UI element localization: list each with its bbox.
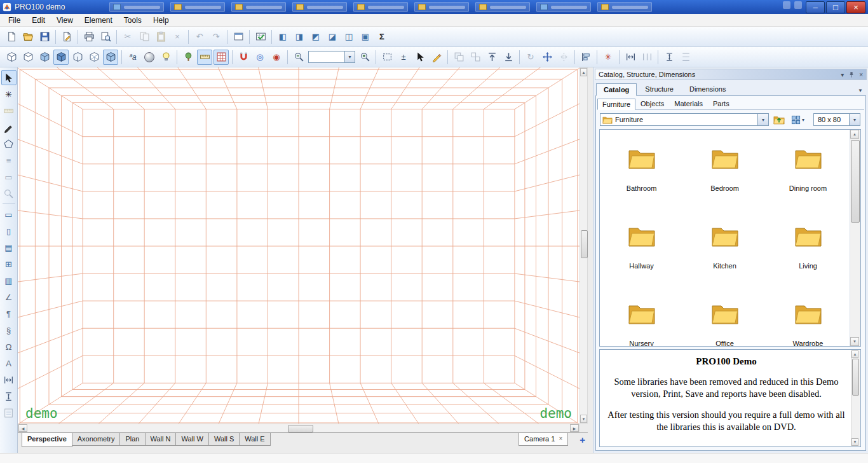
tab-catalog[interactable]: Catalog [596,83,637,96]
folder-item[interactable]: Hallway [600,214,683,291]
taskbar-button[interactable] [597,2,652,12]
ungroup-button[interactable] [468,50,483,65]
layout-view-6-button[interactable]: ▣ [358,29,373,45]
report-button[interactable] [59,29,74,45]
layout-view-5-button[interactable]: ◫ [341,29,356,45]
tab-wall-n[interactable]: Wall N [145,433,177,446]
tab-axonometry[interactable]: Axonometry [72,433,121,446]
folder-item[interactable]: Kitchen [683,214,766,291]
snap-center-button[interactable]: ◎ [252,50,268,65]
properties-button[interactable] [231,29,246,45]
taskbar-button[interactable] [292,2,347,12]
design-viewport[interactable]: demo demo [18,67,580,424]
scroll-down-button[interactable]: ▼ [850,337,859,346]
tab-wall-e[interactable]: Wall E [239,433,270,446]
save-button[interactable] [37,29,52,45]
menu-help[interactable]: Help [147,15,175,26]
tab-wall-w[interactable]: Wall W [175,433,208,446]
zoom-dropdown-button[interactable]: ▾ [345,51,355,63]
rotate-button[interactable]: ↻ [523,50,538,65]
notes-tool-button[interactable]: ¶ [1,306,17,321]
text-labels-button[interactable]: ªa [125,50,140,65]
catalog-scrollbar[interactable]: ▲ ▼ [850,130,860,346]
close-button[interactable]: × [846,1,865,13]
distribute-v-button[interactable] [678,50,693,65]
size-dropdown-button[interactable]: ▾ [849,114,860,125]
folder-item[interactable]: Bathroom [600,136,683,214]
zoom-in-button[interactable] [357,50,372,65]
snap-button[interactable] [236,50,251,65]
pick-button[interactable] [412,50,428,65]
copy-button[interactable] [137,29,152,45]
move-up-button[interactable] [484,50,499,65]
undo-button[interactable]: ↶ [192,29,207,45]
scroll-left-button[interactable]: ◀ [18,424,27,432]
view-cube-4-button[interactable] [53,50,69,65]
close-panel-icon[interactable]: × [859,71,863,78]
folder-item[interactable]: Dining room [766,136,850,214]
scrollbar-thumb[interactable] [581,230,588,258]
tab-dimensions[interactable]: Dimensions [682,83,733,95]
scroll-down-button[interactable]: ▼ [851,438,858,446]
zoom-out-button[interactable] [291,50,306,65]
add-camera-button[interactable]: + [580,435,585,445]
move-down-button[interactable] [501,50,516,65]
floor-tool-button[interactable]: ▭ [1,169,17,184]
snap-grid-button[interactable]: ◉ [269,50,284,65]
more-tabs-dropdown[interactable]: ▼ [855,86,865,95]
show-grid-button[interactable] [214,50,229,65]
pin-icon[interactable] [848,71,855,78]
taskbar-button[interactable] [414,2,469,12]
vertical-scrollbar[interactable]: ▲ ▼ [580,67,588,424]
delete-button[interactable]: × [170,29,185,45]
folder-item[interactable]: Bedroom [683,136,766,214]
align-button[interactable] [578,50,593,65]
thumbnail-size-combo[interactable]: 80 x 80 ▾ [813,113,860,126]
tab-plan[interactable]: Plan [119,433,145,446]
price-list-button[interactable] [253,29,268,45]
view-mode-button[interactable]: ▾ [789,113,806,127]
subtab-furniture[interactable]: Furniture [597,99,635,110]
dimension-v-tool-button[interactable] [1,389,17,404]
view-cube-3-button[interactable] [37,50,52,65]
scroll-down-button[interactable]: ▼ [580,415,587,423]
scrollbar-thumb[interactable] [852,359,859,396]
text-tool-button[interactable]: A [1,356,17,371]
view-cube-1-button[interactable] [4,50,19,65]
folder-item[interactable]: Living [766,214,850,291]
insert-board-vertical-button[interactable]: ▯ [1,223,17,238]
scrollbar-thumb[interactable] [288,425,313,432]
mirror-button[interactable] [556,50,571,65]
scroll-up-button[interactable]: ▲ [850,130,859,139]
menu-tools[interactable]: Tools [118,15,147,26]
rotate-tool-button[interactable]: ✳ [1,86,17,102]
lighting-button[interactable] [158,50,173,65]
distribute-h-button[interactable] [639,50,654,65]
edit-button[interactable] [429,50,444,65]
menu-file[interactable]: File [3,15,26,26]
section-tool-button[interactable]: § [1,322,17,338]
path-dropdown-button[interactable]: ▾ [757,114,768,125]
measure-tool-button[interactable] [1,103,17,118]
fit-height-button[interactable] [661,50,677,65]
subtab-parts[interactable]: Parts [708,98,735,109]
layout-view-3-button[interactable]: ◩ [308,29,323,45]
precision-button[interactable]: ± [396,50,411,65]
scroll-right-button[interactable]: ▶ [570,424,579,432]
horizontal-scrollbar[interactable]: ◀ ▶ [18,424,580,432]
select-tool-button[interactable] [1,70,17,85]
folder-path-combo[interactable]: Furniture ▾ [600,113,769,126]
tab-perspective[interactable]: Perspective [22,433,72,447]
zoom-tool-button[interactable] [1,186,17,201]
info-scrollbar[interactable]: ▲ ▼ [851,350,860,446]
layout-view-4-button[interactable]: ◪ [325,29,340,45]
tray-icon[interactable] [794,1,802,9]
layout-view-1-button[interactable]: ◧ [275,29,290,45]
insert-board-button[interactable]: ▭ [1,207,17,222]
view-cube-6-button[interactable] [86,50,102,65]
summation-button[interactable]: Σ [374,29,390,45]
report-tool-button[interactable] [1,405,17,420]
taskbar-button[interactable] [231,2,286,12]
folder-item[interactable]: Wardrobe [766,291,850,346]
settings-button[interactable]: ✳ [600,50,616,65]
